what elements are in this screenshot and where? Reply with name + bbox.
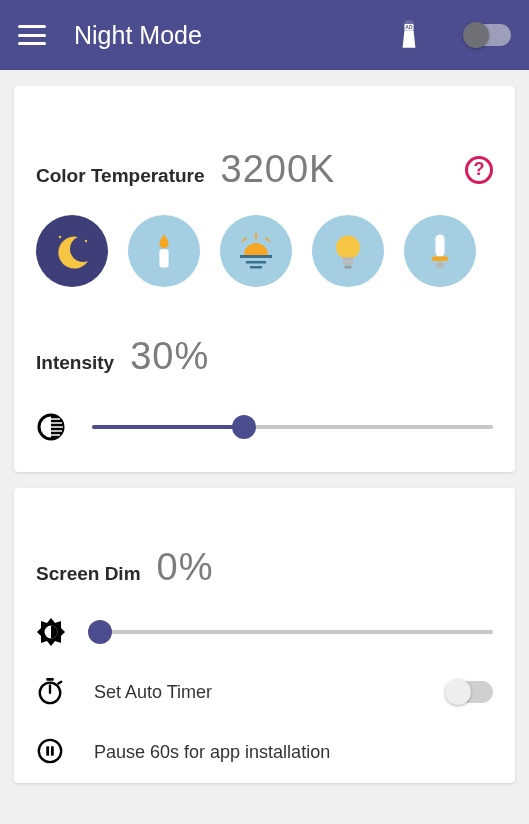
ad-lighthouse-icon[interactable]: AD <box>397 19 421 51</box>
intensity-value: 30% <box>130 335 209 378</box>
intensity-slider[interactable] <box>92 425 493 429</box>
screen-dim-label: Screen Dim <box>36 563 141 585</box>
preset-moon[interactable] <box>36 215 108 287</box>
timer-icon <box>36 677 66 707</box>
svg-rect-8 <box>242 237 247 242</box>
screen-dim-slider-row <box>36 617 493 647</box>
screen-dim-card: Screen Dim 0% Set Auto Timer <box>14 488 515 783</box>
svg-point-13 <box>336 235 360 259</box>
svg-marker-3 <box>403 30 416 47</box>
intensity-slider-row <box>36 412 493 442</box>
svg-rect-6 <box>159 249 168 267</box>
contrast-icon <box>36 412 66 442</box>
auto-timer-toggle[interactable] <box>447 681 493 703</box>
preset-candle[interactable] <box>128 215 200 287</box>
svg-rect-14 <box>343 257 354 261</box>
svg-rect-11 <box>246 261 266 264</box>
preset-fluorescent[interactable] <box>404 215 476 287</box>
intensity-row: Intensity 30% <box>36 335 493 378</box>
svg-point-32 <box>39 740 61 762</box>
preset-sunset[interactable] <box>220 215 292 287</box>
svg-rect-16 <box>344 266 351 269</box>
auto-timer-row[interactable]: Set Auto Timer <box>36 677 493 707</box>
svg-marker-0 <box>404 20 415 24</box>
svg-rect-10 <box>240 255 272 258</box>
svg-line-31 <box>58 682 61 684</box>
preset-row <box>36 215 493 287</box>
svg-point-4 <box>59 236 61 238</box>
help-icon[interactable]: ? <box>465 156 493 184</box>
auto-timer-label: Set Auto Timer <box>94 682 419 703</box>
svg-rect-18 <box>432 257 449 262</box>
menu-icon[interactable] <box>18 25 46 45</box>
svg-rect-28 <box>46 678 53 681</box>
svg-point-5 <box>85 240 87 242</box>
color-intensity-card: Color Temperature 3200K ? <box>14 86 515 472</box>
screen-dim-row: Screen Dim 0% <box>36 546 493 589</box>
svg-rect-9 <box>265 237 270 242</box>
svg-rect-7 <box>255 233 257 239</box>
svg-rect-12 <box>250 266 262 269</box>
color-temp-row: Color Temperature 3200K ? <box>36 148 493 191</box>
color-temp-value: 3200K <box>221 148 336 191</box>
master-toggle[interactable] <box>465 24 511 46</box>
svg-text:AD: AD <box>405 25 413 31</box>
brightness-icon <box>36 617 66 647</box>
svg-rect-15 <box>343 262 354 265</box>
intensity-label: Intensity <box>36 352 114 374</box>
page-title: Night Mode <box>74 21 397 50</box>
preset-bulb[interactable] <box>312 215 384 287</box>
svg-rect-17 <box>435 235 444 257</box>
screen-dim-slider[interactable] <box>92 630 493 634</box>
color-temp-label: Color Temperature <box>36 165 205 187</box>
pause-icon <box>36 737 66 767</box>
pause-label: Pause 60s for app installation <box>94 742 493 763</box>
svg-rect-19 <box>436 262 443 268</box>
svg-rect-34 <box>51 746 54 755</box>
svg-rect-33 <box>46 746 49 755</box>
pause-row[interactable]: Pause 60s for app installation <box>36 737 493 767</box>
screen-dim-value: 0% <box>157 546 214 589</box>
app-header: Night Mode AD <box>0 0 529 70</box>
